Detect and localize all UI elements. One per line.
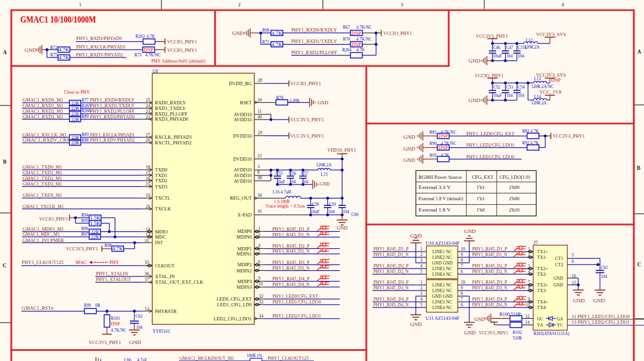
svg-text:VCC_1V8: VCC_1V8	[540, 89, 562, 95]
svg-text:PHY1_LED0/CFG_EXT: PHY1_LED0/CFG_EXT	[273, 293, 319, 299]
svg-text:PHY1_RJ45_D3_P: PHY1_RJ45_D3_P	[472, 279, 507, 285]
svg-text:VCCIO_PHY1: VCCIO_PHY1	[39, 216, 68, 222]
svg-text:DNP: DNP	[111, 322, 121, 327]
svg-text:RSET: RSET	[240, 100, 252, 105]
svg-text:510R: 510R	[512, 336, 522, 341]
svg-text:GND: GND	[319, 181, 330, 187]
svg-text:LINE1 NC: LINE1 NC	[432, 283, 452, 288]
svg-text:PHY1_RXD2/PLLOFF: PHY1_RXD2/PLLOFF	[291, 50, 337, 55]
svg-text:C52: C52	[493, 85, 501, 90]
svg-text:U10 AZ1143-04F: U10 AZ1143-04F	[426, 241, 460, 246]
svg-text:22R: 22R	[71, 140, 80, 146]
svg-text:9: 9	[461, 285, 463, 290]
svg-text:14: 14	[525, 320, 530, 325]
svg-text:AVDD10: AVDD10	[234, 173, 252, 178]
svg-text:MAC: MAC	[76, 259, 87, 265]
svg-text:RXCTL_PHYAD2: RXCTL_PHYAD2	[155, 140, 192, 146]
svg-text:VCC3V3_PHY1: VCC3V3_PHY1	[290, 133, 324, 139]
svg-text:PHY1_RXDV/PHYAD2: PHY1_RXDV/PHYAD2	[76, 52, 123, 58]
svg-text:GND: GND	[404, 134, 415, 140]
svg-text:1: 1	[420, 280, 423, 285]
svg-text:PHY1_RJ45_D1_N: PHY1_RJ45_D1_N	[472, 252, 507, 257]
svg-text:22R: 22R	[91, 234, 99, 240]
svg-text:9: 9	[461, 252, 463, 257]
svg-text:Trace length < 0.5cm: Trace length < 0.5cm	[266, 204, 305, 209]
svg-text:C61: C61	[601, 265, 608, 270]
svg-text:PHY1_RXCLK/PHYAD1: PHY1_RXCLK/PHYAD1	[76, 44, 126, 50]
svg-text:R80: R80	[82, 114, 89, 119]
svg-text:REG_OUT: REG_OUT	[230, 195, 252, 201]
svg-text:R95: R95	[81, 218, 89, 223]
svg-text:1'b1: 1'b1	[476, 184, 484, 190]
svg-text:GND: GND	[468, 58, 480, 64]
svg-text:2: 2	[258, 232, 260, 237]
svg-text:PHY1_RJ45_D4_N: PHY1_RJ45_D4_N	[272, 281, 309, 287]
svg-text:R90: R90	[430, 141, 437, 146]
svg-text:GND: GND	[553, 276, 563, 281]
svg-text:23: 23	[146, 109, 150, 114]
svg-text:External 1.8 V: External 1.8 V	[419, 207, 452, 213]
svg-text:C57: C57	[301, 171, 309, 176]
svg-text:4.7K: 4.7K	[59, 55, 70, 60]
svg-text:PHY1_RXD0/RXDLY: PHY1_RXD0/RXDLY	[90, 97, 135, 103]
svg-text:VCCIO_PHY1: VCCIO_PHY1	[383, 30, 412, 36]
svg-text:U11 AZ1143-04F: U11 AZ1143-04F	[426, 316, 460, 321]
svg-text:J7: J7	[534, 240, 538, 245]
svg-text:GND: GND	[474, 316, 485, 322]
svg-text:R102: R102	[512, 330, 522, 335]
svg-text:5: 5	[572, 253, 574, 258]
svg-text:TX3-: TX3-	[537, 288, 547, 293]
svg-text:VCCIO_PHY1: VCCIO_PHY1	[290, 81, 321, 86]
svg-text:32: 32	[259, 294, 264, 299]
svg-text:CFG_EXT: CFG_EXT	[472, 174, 494, 180]
svg-text:GMAC1_TXD1_M1: GMAC1_TXD1_M1	[23, 170, 62, 175]
svg-text:10uF: 10uF	[277, 179, 285, 184]
svg-text:C55: C55	[275, 171, 283, 176]
svg-text:10uF: 10uF	[493, 54, 502, 59]
svg-text:GND: GND	[232, 30, 244, 36]
svg-text:GMAC1_RXD2_M1: GMAC1_RXD2_M1	[23, 108, 63, 114]
svg-text:4.7K/NC: 4.7K/NC	[356, 25, 371, 30]
svg-text:C: C	[3, 263, 7, 268]
svg-text:R88: R88	[82, 138, 89, 143]
svg-text:120R,2A: 120R,2A	[531, 100, 547, 105]
svg-text:CT1: CT1	[555, 256, 563, 261]
svg-text:DVDD10: DVDD10	[233, 156, 252, 162]
svg-text:PHY1_RJ45_D2_P: PHY1_RJ45_D2_P	[272, 243, 309, 249]
svg-text:3: 3	[420, 291, 423, 296]
svg-text:GC: GC	[537, 316, 544, 322]
svg-text:GND: GND	[468, 98, 480, 103]
svg-text:1: 1	[258, 226, 260, 231]
svg-text:R264: R264	[342, 47, 352, 52]
svg-text:R71: R71	[262, 39, 270, 45]
svg-text:GMAC1_MCLKINOUT_M1: GMAC1_MCLKINOUT_M1	[179, 355, 234, 361]
svg-text:INT: INT	[155, 240, 164, 245]
svg-text:PHYRSTB: PHYRSTB	[155, 309, 177, 314]
svg-text:6: 6	[461, 302, 463, 307]
svg-text:4: 4	[420, 297, 423, 302]
svg-text:38: 38	[257, 175, 262, 180]
svg-text:C56: C56	[289, 171, 296, 176]
svg-text:24: 24	[146, 103, 150, 108]
svg-text:4: 4	[420, 263, 423, 268]
svg-text:29: 29	[257, 130, 262, 135]
svg-text:TX4+: TX4+	[537, 300, 549, 305]
svg-text:R96: R96	[81, 226, 89, 231]
svg-text:2'b10: 2'b10	[509, 207, 520, 213]
svg-text:100R 1%: 100R 1%	[247, 353, 262, 358]
svg-text:CT2: CT2	[555, 262, 563, 267]
svg-text:VCCIO_PHY1: VCCIO_PHY1	[475, 73, 503, 78]
svg-text:RXD1_TXDLY: RXD1_TXDLY	[155, 105, 186, 111]
svg-text:GMAC1_RSTn: GMAC1_RSTn	[22, 305, 54, 311]
svg-text:36: 36	[144, 271, 149, 276]
svg-text:PHY1_RJ45_D1_N: PHY1_RJ45_D1_N	[374, 252, 409, 257]
svg-text:R77: R77	[82, 98, 89, 103]
svg-text:104: 104	[518, 54, 525, 59]
svg-text:R94: R94	[81, 213, 89, 218]
svg-text:35: 35	[144, 260, 149, 265]
svg-text:GMAC1_TXEN_M1: GMAC1_TXEN_M1	[23, 192, 62, 198]
svg-text:16: 16	[572, 274, 576, 279]
svg-text:L16 4.7uH: L16 4.7uH	[273, 190, 291, 195]
svg-text:22R: 22R	[71, 105, 80, 111]
svg-text:4.7uF: 4.7uF	[137, 358, 147, 361]
